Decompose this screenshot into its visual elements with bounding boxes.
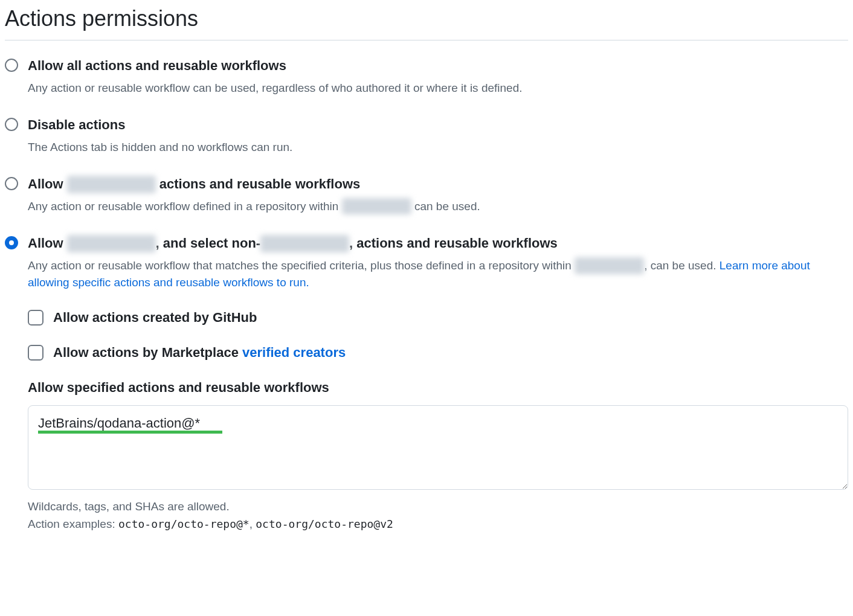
radio-allow-org[interactable]: [5, 177, 18, 190]
hint-line2: Action examples: octo-org/octo-repo@*, o…: [28, 516, 848, 533]
desc-prefix: Any action or reusable workflow that mat…: [28, 259, 575, 272]
option-allow-select-label: Allow xxxxx xx xxxx, and select non-xxxx…: [28, 235, 558, 252]
checkbox-row-github: Allow actions created by GitHub: [28, 310, 848, 326]
option-disable-desc: The Actions tab is hidden and no workflo…: [28, 139, 848, 156]
label-suffix: actions and reusable workflows: [156, 176, 361, 191]
option-allow-select: Allow xxxxx xx xxxx, and select non-xxxx…: [5, 235, 848, 533]
label-mid: , and select non-: [156, 236, 261, 251]
hint-separator: ,: [249, 518, 256, 530]
desc-suffix: can be used.: [411, 200, 480, 213]
checkbox-marketplace-label: Allow actions by Marketplace verified cr…: [53, 345, 346, 361]
label-suffix: , actions and reusable workflows: [349, 236, 558, 251]
option-allow-select-desc: Any action or reusable workflow that mat…: [28, 257, 848, 290]
radio-allow-all[interactable]: [5, 59, 18, 72]
option-allow-org-desc: Any action or reusable workflow defined …: [28, 198, 848, 215]
redacted-org-name: xxxxx xx xxxx: [342, 198, 411, 215]
page-title: Actions permissions: [5, 6, 848, 31]
desc-mid: , can be used.: [644, 259, 719, 272]
checkbox-github-label: Allow actions created by GitHub: [53, 310, 257, 326]
checkbox-marketplace[interactable]: [28, 345, 43, 361]
radio-disable[interactable]: [5, 118, 18, 131]
example-code-2: octo-org/octo-repo@v2: [256, 518, 393, 530]
hint-prefix: Action examples:: [28, 518, 118, 530]
option-allow-org: Allow xxxxx xx xxxx actions and reusable…: [5, 176, 848, 214]
option-allow-all: Allow all actions and reusable workflows…: [5, 57, 848, 96]
verified-creators-link[interactable]: verified creators: [242, 345, 346, 360]
option-allow-all-label: Allow all actions and reusable workflows: [28, 57, 286, 75]
hints: Wildcards, tags, and SHAs are allowed. A…: [28, 498, 848, 533]
hint-line1: Wildcards, tags, and SHAs are allowed.: [28, 498, 848, 516]
radio-allow-select[interactable]: [5, 236, 18, 249]
textarea-wrapper: [28, 405, 848, 492]
example-code-1: octo-org/octo-repo@*: [118, 518, 249, 530]
desc-prefix: Any action or reusable workflow defined …: [28, 200, 342, 213]
sub-options: Allow actions created by GitHub Allow ac…: [28, 310, 848, 533]
label-prefix: Allow: [28, 176, 67, 191]
specified-actions-label: Allow specified actions and reusable wor…: [28, 380, 848, 396]
redacted-org-name: xxxxx xx xxxx: [67, 176, 156, 193]
checkbox-github-actions[interactable]: [28, 310, 43, 326]
redacted-org-name: xxxxx xx xxxx: [575, 257, 644, 274]
section-divider: [5, 40, 848, 40]
option-allow-org-label: Allow xxxxx xx xxxx actions and reusable…: [28, 176, 360, 193]
redacted-org-name: xxxxx xx xxxx: [67, 235, 156, 252]
label-prefix: Allow: [28, 236, 67, 251]
marketplace-prefix: Allow actions by Marketplace: [53, 345, 242, 360]
specified-actions-textarea[interactable]: [28, 405, 848, 490]
checkbox-row-marketplace: Allow actions by Marketplace verified cr…: [28, 345, 848, 361]
redacted-org-name: xxxxx xx xxxx: [260, 235, 349, 252]
option-allow-all-desc: Any action or reusable workflow can be u…: [28, 80, 848, 97]
option-disable: Disable actions The Actions tab is hidde…: [5, 117, 848, 155]
option-disable-label: Disable actions: [28, 117, 125, 134]
